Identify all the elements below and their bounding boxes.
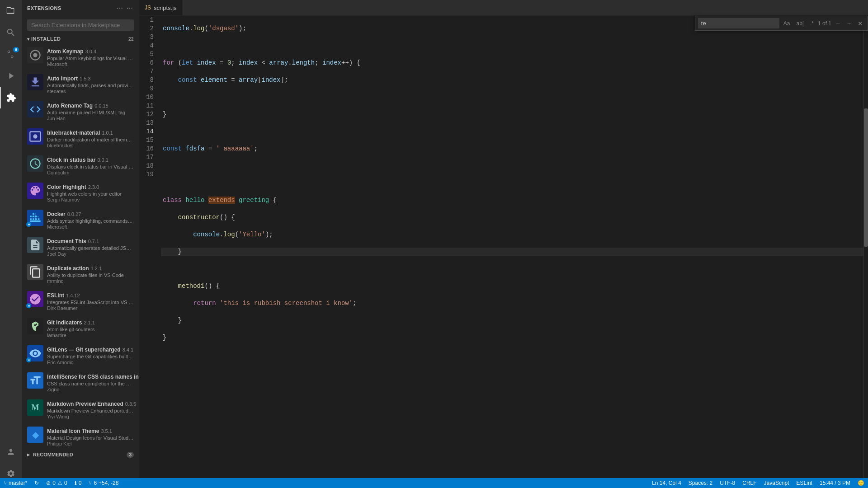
- ext-version: 1.5.3: [80, 76, 90, 81]
- git-diff-text: +54, -28: [99, 480, 118, 486]
- find-next-button[interactable]: →: [844, 19, 854, 28]
- code-line: }: [161, 110, 863, 119]
- ext-icon-auto-rename-tag: [27, 101, 43, 117]
- find-input[interactable]: [698, 18, 779, 28]
- list-item[interactable]: ★ ESLint1.4.12 Integrates ESLint JavaScr…: [22, 287, 139, 314]
- list-item[interactable]: Auto Import1.5.3 Automatically finds, pa…: [22, 70, 139, 98]
- ext-publisher: Yiyi Wang: [47, 414, 134, 419]
- list-item[interactable]: Document This0.7.1 Automatically generat…: [22, 233, 139, 260]
- code-line: }: [161, 248, 863, 256]
- find-close-button[interactable]: ✕: [856, 19, 865, 28]
- ext-version: 0.0.15: [94, 103, 108, 108]
- code-line: [161, 93, 863, 102]
- list-item[interactable]: M Markdown Preview Enhanced0.3.5 Markdow…: [22, 396, 139, 423]
- error-icon: ⊘: [46, 480, 51, 486]
- debug-icon[interactable]: [0, 65, 22, 87]
- list-item[interactable]: Clock in status bar0.0.1 Displays clock …: [22, 152, 139, 179]
- encoding-text: UTF-8: [720, 480, 735, 486]
- match-whole-word-button[interactable]: ab|: [794, 19, 806, 28]
- ext-version: 0.0.1: [97, 157, 108, 163]
- list-item[interactable]: IntelliSense for CSS class names in HT..…: [22, 369, 139, 396]
- main-editor-area: JS scripts.js Aa ab| .* 1 of 1 ← → ✕ 1 2…: [139, 0, 868, 478]
- code-line: [161, 179, 863, 188]
- ext-name: Docker: [47, 211, 66, 217]
- ext-desc: Automatically finds, parses and provides…: [47, 83, 134, 88]
- recommended-section-header[interactable]: ▸ Recommended 3: [22, 450, 139, 460]
- linter-item[interactable]: ESLint: [793, 478, 816, 488]
- code-editor[interactable]: console.log('dsgasd'); for (let index = …: [161, 16, 863, 478]
- git-diff-item[interactable]: ⑂ 6 +54, -28: [85, 478, 122, 488]
- code-line: return 'this is rubbish screenshot i kno…: [161, 299, 863, 308]
- list-item[interactable]: ★ GitLens — Git supercharged8.4.1 Superc…: [22, 342, 139, 369]
- status-left: ⑂ master* ↻ ⊘ 0 ⚠ 0 ℹ 0 ⑂ 6 +54, -28: [0, 478, 122, 488]
- list-item[interactable]: Duplicate action1.2.1 Ability to duplica…: [22, 260, 139, 287]
- ext-name: Atom Keymap: [47, 48, 84, 55]
- warnings-count: 0: [64, 480, 67, 486]
- line-ending-item[interactable]: CRLF: [739, 478, 760, 488]
- scrollbar-thumb: [864, 108, 868, 247]
- ext-info: GitLens — Git supercharged8.4.1 Supercha…: [47, 345, 134, 365]
- ext-icon-gitlens: ★: [27, 345, 43, 361]
- indentation-item[interactable]: Spaces: 2: [685, 478, 716, 488]
- installed-count: 22: [128, 37, 134, 42]
- search-activity-icon[interactable]: [0, 22, 22, 43]
- list-item[interactable]: bluebracket-material1.0.1 Darker modific…: [22, 125, 139, 152]
- info-icon: ℹ: [75, 480, 77, 486]
- errors-item[interactable]: ⊘ 0 ⚠ 0: [42, 478, 71, 488]
- code-line: [161, 42, 863, 50]
- ext-version: 3.0.4: [85, 49, 96, 54]
- collapse-all-button[interactable]: ⋯: [116, 4, 124, 13]
- ext-name: Auto Rename Tag: [47, 103, 93, 109]
- language-text: JavaScript: [764, 480, 789, 486]
- extensions-icon[interactable]: [0, 87, 22, 108]
- ext-icon-eslint: ★: [27, 291, 43, 307]
- time-text: 15:44 / 3 PM: [820, 480, 850, 486]
- use-regex-button[interactable]: .*: [808, 19, 816, 28]
- files-icon[interactable]: [0, 0, 22, 22]
- sync-item[interactable]: ↻: [31, 478, 42, 488]
- tab-bar: JS scripts.js: [139, 0, 868, 16]
- code-line: [161, 162, 863, 170]
- git-branch-item[interactable]: ⑂ master*: [0, 478, 31, 488]
- list-item[interactable]: Git Indicators2.1.1 Atom like git counte…: [22, 314, 139, 342]
- ext-version: 1.4.12: [66, 293, 80, 298]
- ext-info: Color Highlight2.3.0 Highlight web color…: [47, 183, 134, 202]
- match-case-button[interactable]: Aa: [781, 19, 793, 28]
- line-numbers: 1 2 3 4 5 6 7 8 9 10 11 12 13 14 15 16 1…: [139, 16, 161, 478]
- find-result-count: 1 of 1: [818, 20, 831, 27]
- ext-name: Document This: [47, 238, 86, 244]
- find-widget: Aa ab| .* 1 of 1 ← → ✕: [695, 16, 868, 31]
- ext-desc: Highlight web colors in your editor: [47, 191, 134, 197]
- emoji-item[interactable]: 🙂: [854, 478, 868, 488]
- cursor-position-item[interactable]: Ln 14, Col 4: [648, 478, 685, 488]
- language-item[interactable]: JavaScript: [760, 478, 793, 488]
- git-count: 6: [94, 480, 97, 486]
- ext-info: Atom Keymap3.0.4 Popular Atom keybinding…: [47, 47, 134, 67]
- ext-info: Auto Rename Tag0.0.15 Auto rename paired…: [47, 101, 134, 121]
- find-previous-button[interactable]: ←: [833, 19, 843, 28]
- more-actions-button[interactable]: ⋯: [126, 4, 134, 13]
- encoding-item[interactable]: UTF-8: [716, 478, 739, 488]
- ext-info: Markdown Preview Enhanced0.3.5 Markdown …: [47, 399, 134, 419]
- account-icon[interactable]: [0, 441, 22, 463]
- list-item[interactable]: Atom Keymap3.0.4 Popular Atom keybinding…: [22, 43, 139, 70]
- ext-name: Markdown Preview Enhanced: [47, 401, 123, 407]
- scrollbar-track[interactable]: [863, 16, 868, 478]
- tab-label: scripts.js: [154, 5, 177, 11]
- list-item[interactable]: Color Highlight2.3.0 Highlight web color…: [22, 179, 139, 206]
- ext-info: Clock in status bar0.0.1 Displays clock …: [47, 155, 134, 175]
- installed-section-header[interactable]: ▾ Installed 22: [22, 34, 139, 43]
- list-item[interactable]: Auto Rename Tag0.0.15 Auto rename paired…: [22, 98, 139, 125]
- git-branch-icon: ⑂: [4, 480, 7, 486]
- ext-icon-markdown-preview: M: [27, 399, 43, 416]
- list-item[interactable]: ★ Docker0.0.27 Adds syntax highlighting,…: [22, 206, 139, 233]
- status-right: Ln 14, Col 4 Spaces: 2 UTF-8 CRLF JavaSc…: [648, 478, 868, 488]
- source-control-icon[interactable]: 6: [0, 43, 22, 65]
- info-item[interactable]: ℹ 0: [71, 478, 85, 488]
- search-input[interactable]: [27, 19, 134, 31]
- tab-scripts-js[interactable]: JS scripts.js: [139, 0, 183, 15]
- git-branch-name: master*: [9, 480, 27, 486]
- list-item[interactable]: ◆ Material Icon Theme3.5.1 Material Desi…: [22, 423, 139, 450]
- indentation-text: Spaces: 2: [689, 480, 712, 486]
- ext-publisher: lamartire: [47, 333, 134, 338]
